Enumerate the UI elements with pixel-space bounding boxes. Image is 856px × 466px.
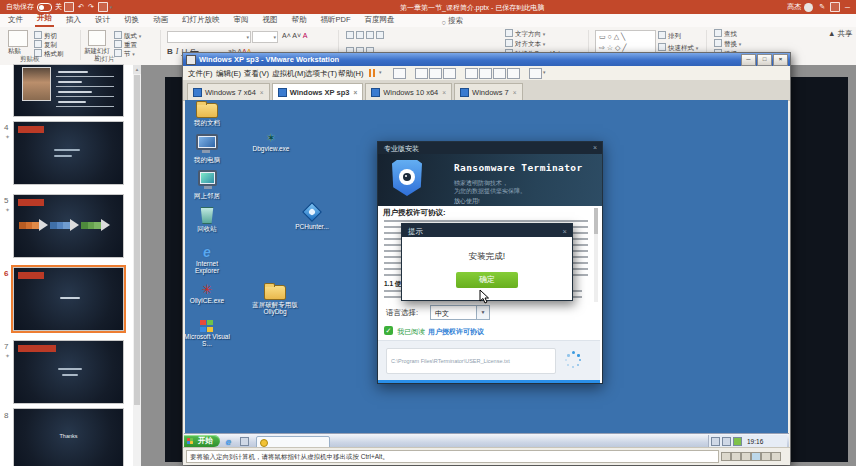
pause-vm-icon[interactable] bbox=[373, 69, 375, 77]
slide-thumbnail-7[interactable] bbox=[14, 341, 123, 403]
tab-view[interactable]: 视图 bbox=[261, 14, 280, 27]
share-button[interactable]: ▲ 共享 bbox=[828, 29, 853, 39]
dropdown-caret-icon[interactable]: ▼ bbox=[476, 306, 489, 319]
font-size-select[interactable]: ▾ bbox=[252, 31, 278, 43]
list-buttons[interactable] bbox=[346, 31, 386, 39]
start-button[interactable]: 开始 bbox=[184, 435, 220, 447]
vm-menu-vm[interactable]: 虚拟机(M) bbox=[272, 69, 306, 79]
new-slide-icon[interactable] bbox=[88, 30, 106, 46]
device-cdrom-icon[interactable] bbox=[731, 452, 741, 461]
text-direction-button[interactable]: 文字方向 ▾ bbox=[505, 29, 545, 39]
save-icon[interactable] bbox=[64, 2, 74, 12]
license-link[interactable]: 用户授权许可协议 bbox=[428, 327, 484, 337]
vm-tab-winxp-sp3-active[interactable]: Windows XP sp3× bbox=[272, 83, 364, 100]
desktop-icon-my-computer[interactable]: 我的电脑 bbox=[185, 133, 230, 163]
desktop-icon-ollydbg-folder[interactable]: 蓝屏破解专用版OllyDbg bbox=[252, 283, 298, 316]
vm-tab-win10x64[interactable]: Windows 10 x64× bbox=[365, 83, 452, 100]
fullscreen-icon[interactable] bbox=[529, 68, 542, 79]
tab-home[interactable]: 开始 bbox=[35, 12, 54, 27]
vm-menu-view[interactable]: 查看(V) bbox=[244, 69, 269, 79]
close-tab-icon[interactable]: × bbox=[353, 89, 357, 96]
slide-thumbnail-6-selected[interactable] bbox=[14, 268, 123, 330]
autosave-toggle[interactable] bbox=[37, 3, 52, 12]
tray-network-icon[interactable] bbox=[733, 437, 742, 446]
installer-titlebar[interactable]: 专业版安装 × bbox=[378, 142, 602, 154]
ok-button[interactable]: 确定 bbox=[456, 272, 518, 288]
installer-close-icon[interactable]: × bbox=[593, 144, 597, 151]
tab-addin[interactable]: 百度网盘 bbox=[363, 14, 397, 27]
agree-checkbox[interactable]: ✓ bbox=[384, 326, 393, 335]
tab-review[interactable]: 审阅 bbox=[232, 14, 251, 27]
font-grow-shrink[interactable]: A˄ A˅ A bbox=[282, 32, 307, 39]
scrollbar-thumb[interactable] bbox=[134, 75, 140, 405]
device-harddisk-icon[interactable] bbox=[721, 452, 731, 461]
qat-caret-icon[interactable]: ▾ bbox=[110, 4, 113, 10]
vm-menu-file[interactable]: 文件(F) bbox=[188, 69, 213, 79]
slide-thumbnail-4[interactable] bbox=[14, 122, 123, 184]
slideshow-icon[interactable] bbox=[98, 2, 108, 12]
tab-foxit-pdf[interactable]: 福昕PDF bbox=[319, 14, 353, 27]
desktop-icon-internet-explorer[interactable]: eInternet Explorer bbox=[185, 245, 230, 275]
slide-thumbnail-5[interactable] bbox=[14, 195, 123, 257]
redo-icon[interactable]: ↷ bbox=[88, 3, 94, 11]
search-label[interactable]: 搜索 bbox=[448, 16, 463, 27]
install-path-field[interactable]: C:\Program Files\RTerminator\USER_Licens… bbox=[386, 348, 556, 374]
tray-printer-icon[interactable] bbox=[711, 437, 720, 446]
arrange-button[interactable]: 排列 bbox=[658, 31, 681, 41]
tab-design[interactable]: 设计 bbox=[93, 14, 112, 27]
show-library-icon[interactable] bbox=[465, 68, 478, 79]
device-network-icon[interactable] bbox=[751, 452, 761, 461]
power-caret-icon[interactable]: ▾ bbox=[379, 69, 382, 75]
desktop-icon-visual-studio[interactable]: Microsoft Visual S... bbox=[185, 320, 230, 348]
send-ctrl-alt-del-icon[interactable] bbox=[393, 68, 406, 79]
scroll-up-icon[interactable]: ▲ bbox=[133, 65, 141, 74]
desktop-icon-dbgview[interactable]: ✶Dbgview.exe bbox=[248, 132, 294, 152]
show-thumbnails-icon[interactable] bbox=[479, 68, 492, 79]
section-button[interactable]: 节 ▾ bbox=[114, 49, 135, 59]
find-button[interactable]: 查找 bbox=[714, 29, 737, 39]
desktop-icon-pchunter[interactable]: PCHunter... bbox=[289, 204, 335, 230]
desktop-icon-network[interactable]: 网上邻居 bbox=[185, 169, 230, 199]
font-name-select[interactable]: ▾ bbox=[167, 31, 251, 43]
tab-slideshow[interactable]: 幻灯片放映 bbox=[180, 14, 222, 27]
prompt-titlebar[interactable]: 提示 × bbox=[402, 224, 572, 237]
replace-button[interactable]: 替换 ▾ bbox=[714, 39, 741, 49]
vm-menu-tabs[interactable]: 选项卡(T) bbox=[305, 69, 337, 79]
slide-thumbnail-8[interactable]: Thanks bbox=[14, 409, 123, 466]
tray-display-icon[interactable] bbox=[722, 437, 731, 446]
slide-thumbnail-3[interactable] bbox=[14, 65, 123, 116]
device-usb-icon[interactable] bbox=[761, 452, 771, 461]
tab-file[interactable]: 文件 bbox=[6, 14, 25, 27]
vm-menu-edit[interactable]: 编辑(E) bbox=[216, 69, 241, 79]
vm-tab-win7[interactable]: Windows 7× bbox=[454, 83, 522, 100]
fullscreen-caret-icon[interactable]: ▾ bbox=[543, 69, 546, 75]
desktop-icon-recycle-bin[interactable]: 回收站 bbox=[185, 207, 230, 232]
desktop-icon-ollyice[interactable]: ✳OllyICE.exe bbox=[185, 283, 230, 304]
snapshot-manager-icon[interactable] bbox=[443, 68, 456, 79]
unity-mode-icon[interactable] bbox=[507, 68, 520, 79]
undo-icon[interactable]: ↶ bbox=[78, 3, 84, 11]
edit-pencil-icon[interactable]: ✎ bbox=[819, 3, 825, 11]
device-floppy-icon[interactable] bbox=[741, 452, 751, 461]
device-sound-icon[interactable] bbox=[771, 452, 781, 461]
thumbnail-scrollbar[interactable]: ▲ bbox=[133, 65, 141, 466]
close-tab-icon[interactable]: × bbox=[442, 89, 446, 96]
vmware-close-button[interactable]: × bbox=[773, 54, 788, 66]
language-select[interactable]: 中文 ▼ bbox=[430, 305, 490, 320]
search-icon[interactable]: ○ bbox=[442, 18, 447, 27]
align-text-button[interactable]: 对齐文本 ▾ bbox=[505, 39, 545, 49]
vm-menu-help[interactable]: 帮助(H) bbox=[338, 69, 363, 79]
snapshot-revert-icon[interactable] bbox=[429, 68, 442, 79]
desktop-icon-my-documents[interactable]: 我的文档 bbox=[185, 101, 230, 126]
snapshot-take-icon[interactable] bbox=[415, 68, 428, 79]
vmware-maximize-button[interactable]: □ bbox=[757, 54, 772, 66]
tab-insert[interactable]: 插入 bbox=[64, 14, 83, 27]
ribbon-options-icon[interactable] bbox=[830, 2, 840, 12]
tab-transitions[interactable]: 切换 bbox=[122, 14, 141, 27]
close-tab-icon[interactable]: × bbox=[513, 89, 517, 96]
pause-vm-icon[interactable] bbox=[369, 69, 371, 77]
paste-icon[interactable] bbox=[8, 30, 28, 47]
vmware-titlebar[interactable]: Windows XP sp3 - VMware Workstation ─ □ … bbox=[183, 53, 790, 66]
vm-tab-win7x64[interactable]: Windows 7 x64× bbox=[187, 83, 270, 100]
vmware-minimize-button[interactable]: ─ bbox=[741, 54, 756, 66]
